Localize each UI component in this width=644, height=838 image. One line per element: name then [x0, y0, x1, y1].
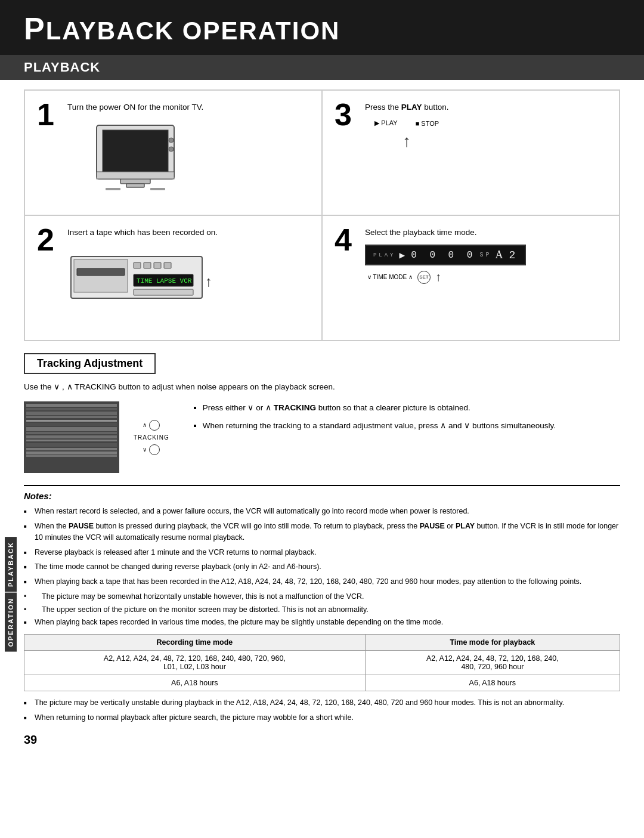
play-label: ▶ PLAY — [374, 119, 397, 127]
svg-rect-14 — [154, 262, 161, 268]
svg-rect-11 — [77, 268, 125, 276]
step-3-number: 3 — [335, 99, 352, 130]
notes-list-2: The picture may be vertically unstable d… — [24, 697, 620, 723]
notes-title: Notes: — [24, 491, 620, 501]
tracking-down-knob[interactable] — [149, 444, 160, 455]
tracking-header: Tracking Adjustment — [24, 353, 156, 374]
svg-rect-6 — [97, 172, 174, 179]
svg-rect-13 — [144, 262, 151, 268]
notes-list: When restart record is selected, and a p… — [24, 506, 620, 628]
left-sidebar: PLAYBACK OPERATION — [2, 537, 19, 652]
step-3: 3 Press the PLAY button. ▶ PLAY ■ STOP ↑ — [322, 90, 620, 215]
step-2: 2 Insert a tape which has been recorded … — [24, 215, 322, 341]
tracking-content: ∧ TRACKING ∨ Press either ∨ or ∧ TRACKIN… — [24, 401, 620, 473]
step-1-text: Turn the power ON for the monitor TV. — [67, 101, 203, 113]
stop-label: ■ STOP — [416, 120, 439, 127]
note-1: When restart record is selected, and a p… — [24, 506, 620, 517]
sidebar-playback: PLAYBACK — [7, 542, 14, 587]
tracking-knobs: ∧ TRACKING ∨ — [134, 420, 169, 455]
svg-text:TIME LAPSE VCR: TIME LAPSE VCR — [137, 277, 192, 285]
sidebar-operation: OPERATION — [7, 598, 14, 647]
svg-rect-7 — [106, 188, 120, 190]
arrow-up-icon: ↑ — [402, 132, 411, 151]
title-first-letter: P — [24, 11, 46, 46]
step-4-number: 4 — [335, 224, 352, 255]
main-content: 1 Turn the power ON for the monitor TV. — [0, 89, 644, 753]
notes-section: Notes: When restart record is selected, … — [24, 485, 620, 723]
tracking-image-area: ∧ TRACKING ∨ — [24, 401, 169, 473]
section-title: PLAYBACK — [24, 60, 620, 75]
tracking-notes: Press either ∨ or ∧ TRACKING button so t… — [193, 401, 620, 437]
svg-rect-1 — [103, 130, 168, 172]
table-row-1-col2: A2, A12, A24, 24, 48, 72, 120, 168, 240,… — [365, 651, 620, 675]
tracking-section: Tracking Adjustment Use the ∨ , ∧ TRACKI… — [24, 353, 620, 473]
tracking-up-knob[interactable] — [149, 420, 160, 431]
svg-rect-3 — [126, 184, 144, 187]
page-title: PLAYBACK OPERATION — [24, 11, 620, 47]
tracking-title: Tracking Adjustment — [37, 357, 143, 370]
svg-rect-15 — [164, 262, 171, 268]
step-4-text: Select the playback time mode. — [365, 227, 526, 239]
note-6: When playing back tapes recorded in vari… — [24, 617, 620, 628]
tracking-label: TRACKING — [134, 434, 169, 441]
svg-rect-2 — [120, 179, 150, 184]
table-col1-header: Recording time mode — [24, 635, 366, 651]
step-1-number: 1 — [37, 99, 54, 130]
note-3: Reverse playback is released after 1 min… — [24, 547, 620, 558]
note-4: The time mode cannot be changed during r… — [24, 561, 620, 573]
note-7: The picture may be vertically unstable d… — [24, 697, 620, 709]
table-row-2: A6, A18 hours A6, A18 hours — [24, 675, 620, 691]
tracking-note-2: When returning the tracking to a standar… — [203, 419, 620, 432]
svg-text:↑: ↑ — [205, 273, 212, 289]
tracking-description: Use the ∨ , ∧ TRACKING button to adjust … — [24, 381, 620, 393]
page-header: PLAYBACK OPERATION — [0, 0, 644, 55]
play-buttons-area: ▶ PLAY ■ STOP ↑ — [374, 119, 439, 151]
steps-grid: 1 Turn the power ON for the monitor TV. — [24, 89, 620, 341]
step-2-number: 2 — [37, 224, 54, 255]
section-heading: PLAYBACK — [0, 55, 644, 80]
step-2-illustration: TIME LAPSE VCR ↑ — [67, 245, 218, 310]
playback-table: Recording time mode Time mode for playba… — [24, 634, 620, 691]
title-rest: LAYBACK OPERATION — [46, 17, 340, 45]
note-5: When playing back a tape that has been r… — [24, 576, 620, 587]
step-1: 1 Turn the power ON for the monitor TV. — [24, 90, 322, 215]
table-row-1-col1: A2, A12, A24, 24, 48, 72, 120, 168, 240,… — [24, 651, 366, 675]
step-1-illustration — [67, 119, 203, 197]
vcr-icon: TIME LAPSE VCR ↑ — [68, 245, 217, 310]
noisy-screen — [24, 401, 119, 473]
page-number: 39 — [24, 733, 620, 753]
step-4-illustration: PLAY ▶ 0 0 0 0 SP A 2 ∨ TIME MODE ∧ — [365, 245, 526, 284]
step-4: 4 Select the playback time mode. PLAY ▶ … — [322, 215, 620, 341]
svg-point-5 — [169, 147, 174, 151]
step-2-text: Insert a tape which has been recorded on… — [67, 227, 218, 239]
table-row-2-col1: A6, A18 hours — [24, 675, 366, 691]
note-5b: The upper section of the picture on the … — [24, 604, 620, 616]
step-3-illustration: ▶ PLAY ■ STOP ↑ — [365, 119, 449, 151]
svg-rect-8 — [150, 188, 165, 190]
table-row-1: A2, A12, A24, 24, 48, 72, 120, 168, 240,… — [24, 651, 620, 675]
tracking-note-1: Press either ∨ or ∧ TRACKING button so t… — [203, 401, 620, 415]
table-row-2-col2: A6, A18 hours — [365, 675, 620, 691]
note-8: When returning to normal playback after … — [24, 712, 620, 723]
note-2: When the PAUSE button is pressed during … — [24, 521, 620, 543]
svg-rect-12 — [134, 262, 141, 268]
table-col2-header: Time mode for playback — [365, 635, 620, 651]
svg-point-4 — [169, 138, 174, 143]
svg-rect-18 — [134, 289, 193, 295]
note-5a: The picture may be somewhat horizontally… — [24, 591, 620, 602]
step-3-text: Press the PLAY button. — [365, 101, 449, 113]
page-wrapper: PLAYBACK OPERATION PLAYBACK 1 Turn the p… — [0, 0, 644, 753]
tv-icon — [88, 119, 183, 197]
